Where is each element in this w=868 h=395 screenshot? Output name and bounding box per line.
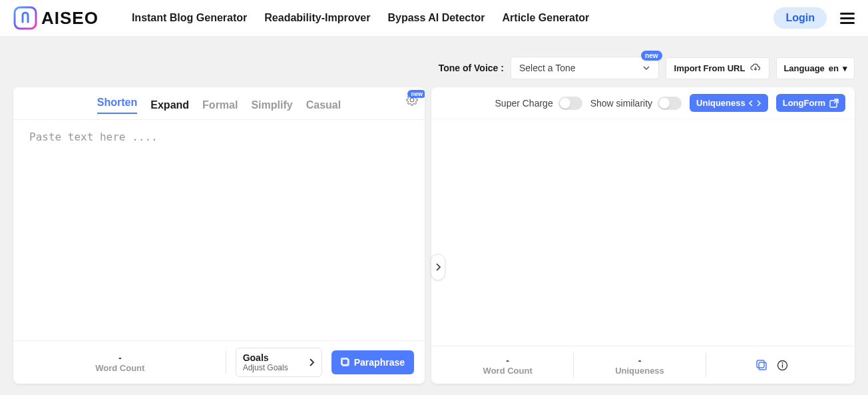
separator	[226, 350, 226, 374]
paraphrase-button[interactable]: Paraphrase	[331, 350, 414, 374]
caret-down-icon: ▾	[843, 63, 847, 73]
nav-instant-blog[interactable]: Instant Blog Generator	[132, 12, 247, 24]
menu-icon[interactable]	[840, 13, 855, 24]
tab-formal[interactable]: Formal	[202, 99, 238, 111]
out-uniqueness-stat: - Uniqueness	[574, 355, 705, 376]
longform-button[interactable]: LongForm	[776, 94, 845, 112]
brand-name: AISEO	[41, 8, 99, 29]
right-footer: - Word Count - Uniqueness	[431, 346, 855, 384]
nav-bypass[interactable]: Bypass AI Detector	[387, 12, 485, 24]
right-top-controls: Super Charge Show similarity Uniqueness …	[431, 87, 855, 119]
svg-rect-0	[15, 7, 36, 29]
svg-rect-4	[759, 362, 766, 370]
header: AISEO Instant Blog Generator Readability…	[0, 0, 868, 37]
panel-divider-handle[interactable]	[431, 254, 445, 280]
gear-new-badge: new	[407, 90, 425, 98]
out-wordcount-stat: - Word Count	[442, 355, 573, 376]
cloud-download-icon	[750, 63, 761, 73]
wordcount-stat: - Word Count	[24, 352, 216, 373]
tone-select[interactable]: Select a Tone new	[511, 57, 659, 79]
nav-readability[interactable]: Readability-Improver	[264, 12, 370, 24]
import-url-label: Import From URL	[674, 63, 746, 73]
out-uniqueness-value: -	[574, 355, 705, 366]
wordcount-label: Word Count	[24, 363, 216, 373]
paraphrase-label: Paraphrase	[354, 357, 405, 368]
output-body	[431, 119, 855, 346]
tabs: Shorten Expand Formal Simplify Casual ne…	[13, 87, 425, 120]
tab-expand[interactable]: Expand	[150, 99, 189, 111]
footer-icons	[706, 359, 844, 371]
new-badge: new	[641, 51, 662, 61]
goals-button[interactable]: Goals Adjust Goals	[236, 348, 322, 377]
language-label: Language	[783, 63, 824, 73]
wordcount-value: -	[24, 352, 216, 363]
external-link-icon	[829, 99, 839, 108]
logo[interactable]: AISEO	[13, 6, 99, 30]
svg-rect-8	[782, 364, 783, 368]
chevron-left-icon	[748, 100, 754, 107]
input-panel: Shorten Expand Formal Simplify Casual ne…	[13, 87, 425, 384]
out-uniqueness-label: Uniqueness	[574, 366, 705, 376]
logo-icon	[13, 6, 37, 30]
out-wordcount-label: Word Count	[442, 366, 573, 376]
uniqueness-button[interactable]: Uniqueness	[690, 94, 768, 112]
text-input[interactable]	[13, 120, 425, 340]
similarity-toggle[interactable]	[658, 97, 682, 110]
tone-selected: Select a Tone	[519, 63, 576, 73]
uniqueness-label: Uniqueness	[696, 98, 746, 108]
svg-rect-5	[757, 360, 764, 368]
top-controls: Tone of Voice : Select a Tone new Import…	[0, 57, 868, 87]
import-url-button[interactable]: Import From URL	[666, 57, 770, 79]
out-wordcount-value: -	[442, 355, 573, 366]
main-area: Tone of Voice : Select a Tone new Import…	[0, 37, 868, 395]
similarity-label: Show similarity	[590, 98, 652, 109]
info-icon[interactable]	[777, 360, 788, 371]
supercharge-toggle[interactable]	[558, 97, 582, 110]
svg-point-7	[781, 362, 783, 364]
chevron-right-icon	[308, 358, 315, 367]
nav-article[interactable]: Article Generator	[503, 12, 590, 24]
settings-gear-wrap[interactable]: new	[406, 94, 418, 106]
login-button[interactable]: Login	[773, 7, 827, 29]
tone-label: Tone of Voice :	[439, 63, 504, 73]
nav-links: Instant Blog Generator Readability-Impro…	[132, 12, 589, 24]
similarity-toggle-wrap: Show similarity	[590, 97, 682, 110]
goals-title: Goals	[243, 352, 288, 363]
paraphrase-icon	[341, 358, 350, 367]
language-button[interactable]: Language en ▾	[776, 57, 855, 79]
tab-simplify[interactable]: Simplify	[251, 99, 292, 111]
chevron-right-icon	[435, 263, 441, 271]
supercharge-toggle-wrap: Super Charge	[495, 97, 582, 110]
copy-icon[interactable]	[756, 359, 767, 371]
output-panel: Super Charge Show similarity Uniqueness …	[431, 87, 855, 384]
workspace: Shorten Expand Formal Simplify Casual ne…	[0, 87, 868, 384]
language-value: en	[829, 63, 839, 73]
chevron-down-icon	[642, 64, 650, 72]
goals-subtitle: Adjust Goals	[243, 363, 288, 372]
longform-label: LongForm	[783, 98, 825, 108]
supercharge-label: Super Charge	[495, 98, 553, 109]
left-footer: - Word Count Goals Adjust Goals	[13, 340, 425, 384]
tab-shorten[interactable]: Shorten	[97, 97, 137, 114]
chevron-right-icon	[756, 100, 761, 107]
tab-casual[interactable]: Casual	[306, 99, 341, 111]
